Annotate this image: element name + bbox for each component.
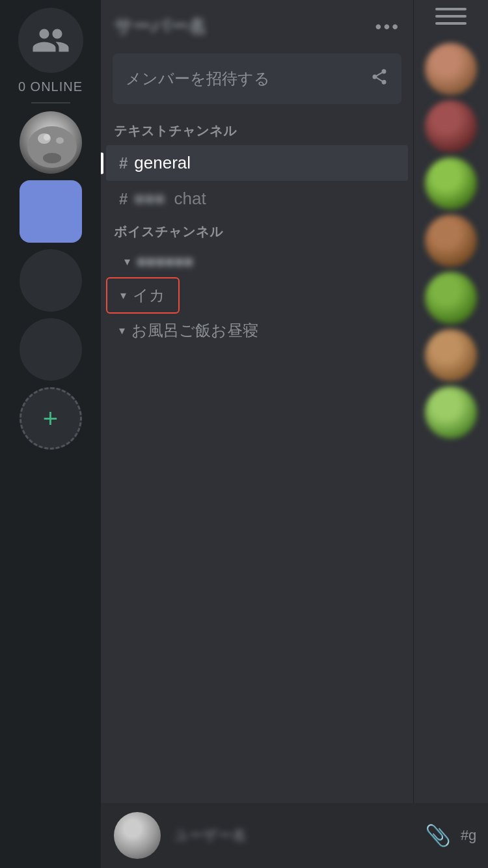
chevron-down-icon-1: ▾ bbox=[124, 254, 130, 269]
server-icon-dm[interactable] bbox=[18, 8, 83, 73]
svg-point-6 bbox=[44, 134, 50, 141]
invite-box[interactable]: メンバーを招待する bbox=[113, 53, 401, 104]
channel-tag: #g bbox=[461, 827, 476, 844]
bottom-right-bar: 📎 #g bbox=[413, 803, 488, 868]
server-divider bbox=[31, 102, 70, 103]
server-name: サーバー名 bbox=[114, 14, 206, 39]
users-icon bbox=[31, 21, 70, 60]
member-avatar-1[interactable] bbox=[425, 43, 477, 95]
header-dots-menu[interactable]: ••• bbox=[375, 16, 400, 37]
member-avatar-3[interactable] bbox=[425, 157, 477, 210]
server-avatar-blob[interactable] bbox=[20, 111, 82, 174]
attachment-icon[interactable]: 📎 bbox=[425, 823, 451, 848]
server-sidebar: 0 ONLINE + bbox=[0, 0, 101, 868]
channel-hash-general: # bbox=[119, 154, 128, 172]
voice-channel-name-blurred: ■■■■■■ bbox=[137, 252, 193, 271]
voice-channels-header: ボイスチャンネル bbox=[101, 217, 413, 246]
hamburger-menu-button[interactable] bbox=[435, 8, 467, 31]
channel-name-blurred: ■■■ bbox=[134, 189, 165, 209]
member-avatar-4[interactable] bbox=[425, 215, 477, 267]
chevron-down-icon-ofuro: ▾ bbox=[119, 323, 125, 338]
svg-point-5 bbox=[43, 153, 61, 163]
server-avatar-active[interactable] bbox=[20, 180, 82, 243]
voice-channel-name-ika: イカ bbox=[133, 285, 165, 306]
server-avatar-dark1[interactable] bbox=[20, 249, 82, 312]
menu-bar-3 bbox=[435, 22, 467, 25]
voice-channel-item-ika[interactable]: ▾ イカ bbox=[106, 277, 180, 314]
share-icon[interactable] bbox=[370, 68, 388, 90]
member-avatar-2[interactable] bbox=[425, 100, 477, 152]
channel-list: サーバー名 ••• メンバーを招待する テキストチャンネル # general … bbox=[101, 0, 413, 868]
channel-item-chat[interactable]: # ■■■ chat bbox=[106, 181, 408, 217]
online-count: 0 ONLINE bbox=[18, 79, 83, 94]
members-sidebar: 📎 #g bbox=[413, 0, 488, 868]
chevron-down-icon-ika: ▾ bbox=[120, 288, 126, 303]
username-label: ユーザー名 bbox=[174, 826, 437, 845]
channel-list-header: サーバー名 ••• bbox=[101, 0, 413, 47]
member-avatar-5[interactable] bbox=[425, 272, 477, 324]
channel-hash-chat: # bbox=[119, 190, 128, 208]
member-avatar-7[interactable] bbox=[425, 387, 477, 439]
menu-bar-2 bbox=[435, 15, 467, 18]
add-server-button[interactable]: + bbox=[20, 387, 82, 450]
text-channels-header: テキストチャンネル bbox=[101, 116, 413, 145]
blob-avatar-image bbox=[20, 111, 82, 174]
member-avatar-6[interactable] bbox=[425, 329, 477, 381]
voice-channel-item-ofuro[interactable]: ▾ お風呂ご飯お昼寝 bbox=[106, 314, 408, 347]
invite-text: メンバーを招待する bbox=[126, 68, 270, 89]
channel-item-general[interactable]: # general bbox=[106, 145, 408, 181]
svg-point-2 bbox=[56, 137, 64, 144]
menu-bar-1 bbox=[435, 8, 467, 10]
voice-channel-name-ofuro: お風呂ご飯お昼寝 bbox=[131, 320, 258, 341]
channel-name-general: general bbox=[134, 153, 191, 173]
server-avatar-dark2[interactable] bbox=[20, 318, 82, 381]
blob-svg bbox=[20, 111, 82, 174]
user-avatar bbox=[114, 812, 161, 859]
voice-channel-item-1[interactable]: ▾ ■■■■■■ bbox=[106, 246, 408, 277]
channel-name-chat: chat bbox=[174, 189, 206, 209]
